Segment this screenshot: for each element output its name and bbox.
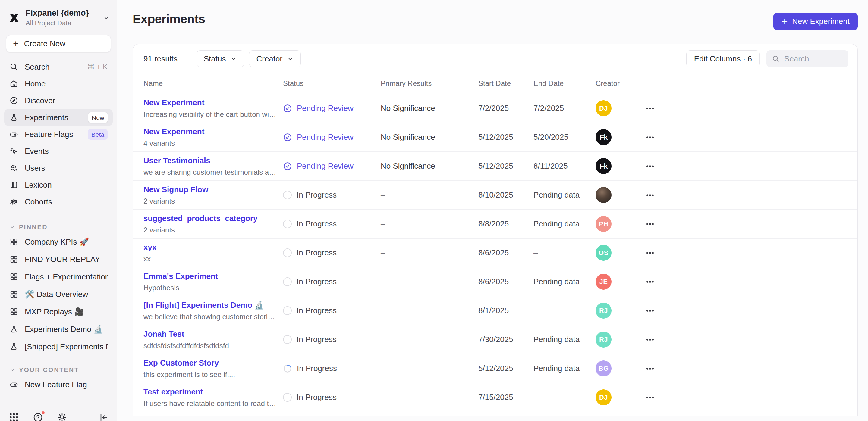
pinned-section-header[interactable]: PINNED: [4, 221, 113, 233]
avatar: RJ: [595, 303, 612, 319]
experiment-link[interactable]: New Signup Flow: [144, 185, 276, 194]
experiment-link[interactable]: New Experiment: [144, 127, 276, 136]
sidebar-item-shipped-experiments-demo[interactable]: [Shipped] Experiments Demo 🖊️: [4, 338, 113, 355]
creator-cell: RJ: [595, 303, 642, 319]
flask-icon: [9, 342, 19, 351]
plus-icon: +: [13, 39, 19, 48]
your-content-section-header[interactable]: YOUR CONTENT: [4, 364, 113, 376]
sidebar-item-events[interactable]: Events: [4, 143, 113, 160]
sidebar-item-cohorts[interactable]: Cohorts: [4, 193, 113, 210]
sidebar-item-find-your-replay[interactable]: FIND YOUR REPLAY: [4, 251, 113, 268]
table-row[interactable]: [In Flight] Experiments Demo 🔬we believe…: [133, 296, 858, 325]
row-actions-menu-button[interactable]: [642, 361, 658, 376]
experiment-name-cell: suggested_products_category2 variants: [144, 214, 283, 234]
experiment-link[interactable]: [In Flight] Experiments Demo 🔬: [144, 300, 276, 310]
sidebar-item-mxp-replays[interactable]: MXP Replays 🎥: [4, 303, 113, 320]
row-actions-menu-button[interactable]: [642, 274, 658, 289]
end-date-cell: Pending data: [533, 335, 595, 344]
sidebar-item-home[interactable]: Home: [4, 75, 113, 92]
search-input[interactable]: [784, 54, 843, 64]
status-label: In Progress: [297, 248, 337, 257]
row-actions-menu-button[interactable]: [642, 101, 658, 116]
sidebar-item-data-overview[interactable]: 🛠️ Data Overview: [4, 286, 113, 303]
table-row[interactable]: New Experiment4 variantsPending ReviewNo…: [133, 123, 858, 152]
table-row[interactable]: xyxxxIn Progress–8/6/2025–OS: [133, 238, 858, 267]
start-date-cell: 8/6/2025: [478, 277, 533, 286]
row-actions-menu-button[interactable]: [642, 130, 658, 144]
filter-chip-creator[interactable]: Creator: [249, 50, 301, 67]
experiment-subtitle: this experiment is to see if....: [144, 370, 276, 379]
main-content: Experiments + New Experiment 91 results …: [117, 0, 868, 421]
status-cell: In Progress: [283, 393, 381, 402]
sidebar-item-users[interactable]: Users: [4, 160, 113, 176]
experiment-link[interactable]: Test experiment: [144, 387, 276, 397]
table-row[interactable]: Test experimentIf users have relatable c…: [133, 383, 858, 412]
table-row[interactable]: Exp Customer Storythis experiment is to …: [133, 354, 858, 383]
end-date-cell: –: [533, 248, 595, 257]
experiment-name-cell: New Experiment4 variants: [144, 127, 283, 148]
flask-icon: [9, 325, 19, 334]
experiment-link[interactable]: suggested_products_category: [144, 214, 276, 223]
experiment-link[interactable]: Jonah Test: [144, 329, 276, 339]
table-row[interactable]: suggested_products_category2 variantsIn …: [133, 209, 858, 238]
table-row[interactable]: Jonah TestsdfdsfdsfsdfdffdfdsfsdfdsfdIn …: [133, 325, 858, 354]
sidebar-item-experiments-demo[interactable]: Experiments Demo 🔬: [4, 320, 113, 338]
row-actions-menu-button[interactable]: [642, 246, 658, 260]
sidebar-item-search[interactable]: Search⌘ + K: [4, 58, 113, 75]
sidebar-item-lexicon[interactable]: Lexicon: [4, 176, 113, 193]
spinner-icon: [283, 364, 292, 373]
search-box: [767, 50, 848, 67]
status-label: Pending Review: [297, 161, 353, 171]
workspace-switcher[interactable]: Fixpanel {demo} All Project Data: [0, 0, 117, 33]
filter-chip-status[interactable]: Status: [196, 50, 244, 67]
row-actions-menu-button[interactable]: [642, 188, 658, 202]
apps-grid-icon[interactable]: [8, 412, 19, 421]
creator-cell: [595, 187, 642, 203]
primary-results-cell: No Significance: [381, 104, 478, 113]
row-actions-menu-button[interactable]: [642, 217, 658, 231]
creator-cell: Fk: [595, 158, 642, 174]
your-content-section: YOUR CONTENT New Feature Flag: [0, 364, 117, 393]
creator-cell: RJ: [595, 331, 642, 348]
sidebar-item-flags-experimentation-demo[interactable]: Flags + Experimentation Demo ,: [4, 268, 113, 286]
table-row[interactable]: New Signup Flow2 variantsIn Progress–8/1…: [133, 181, 858, 209]
sidebar-item-label: New Feature Flag: [25, 380, 87, 389]
sidebar-nav: Search⌘ + KHomeDiscoverExperimentsNewFea…: [0, 56, 117, 210]
sidebar-item-new-feature-flag[interactable]: New Feature Flag: [4, 376, 113, 393]
row-actions-menu-button[interactable]: [642, 159, 658, 173]
new-experiment-button[interactable]: + New Experiment: [773, 13, 858, 30]
sidebar-item-experiments[interactable]: ExperimentsNew: [4, 109, 113, 126]
help-icon[interactable]: [33, 412, 43, 421]
experiment-link[interactable]: User Testimonials: [144, 156, 276, 165]
table-row[interactable]: Emma's ExperimentHypothesisIn Progress–8…: [133, 267, 858, 296]
row-actions-menu-button[interactable]: [642, 332, 658, 347]
badge-beta: Beta: [88, 129, 107, 140]
experiment-name-cell: New Signup Flow2 variants: [144, 185, 283, 205]
start-date-cell: 7/2/2025: [478, 104, 533, 113]
status-label: In Progress: [297, 364, 337, 373]
create-new-button[interactable]: + Create New: [6, 35, 111, 53]
edit-columns-button[interactable]: Edit Columns · 6: [686, 50, 760, 67]
sidebar-item-label: 🛠️ Data Overview: [25, 290, 88, 299]
row-actions-menu-button[interactable]: [642, 390, 658, 405]
sidebar-item-feature-flags[interactable]: Feature FlagsBeta: [4, 126, 113, 143]
experiment-link[interactable]: New Experiment: [144, 98, 276, 107]
settings-gear-icon[interactable]: [57, 412, 67, 421]
table-row[interactable]: New ExperimentIncreasing visibility of t…: [133, 94, 858, 123]
your-content-title: YOUR CONTENT: [19, 366, 79, 374]
experiment-name-cell: New ExperimentIncreasing visibility of t…: [144, 98, 283, 119]
creator-cell: OS: [595, 245, 642, 261]
experiment-link[interactable]: Emma's Experiment: [144, 272, 276, 281]
sidebar-item-discover[interactable]: Discover: [4, 92, 113, 109]
notification-dot: [41, 411, 45, 415]
table-row[interactable]: User Testimonialswe are sharing customer…: [133, 152, 858, 181]
experiment-link[interactable]: Exp Customer Story: [144, 358, 276, 368]
badge-new: New: [88, 112, 107, 123]
column-header-name: Name: [144, 79, 283, 88]
sidebar-item-company-kpis[interactable]: Company KPIs 🚀: [4, 233, 113, 251]
row-actions-menu-button[interactable]: [642, 303, 658, 318]
collapse-sidebar-icon[interactable]: [98, 412, 109, 421]
results-count: 91 results: [144, 54, 178, 64]
start-date-cell: 8/1/2025: [478, 306, 533, 315]
experiment-link[interactable]: xyx: [144, 243, 276, 252]
